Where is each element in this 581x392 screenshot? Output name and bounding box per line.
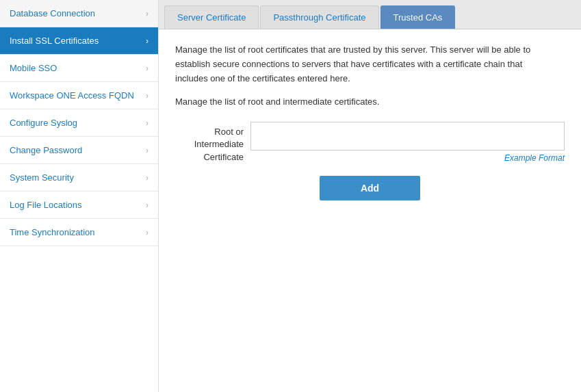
sidebar-item-install-ssl-certificates[interactable]: Install SSL Certificates › (0, 27, 158, 55)
cert-field-label: Root or Intermediate Certificate (175, 122, 244, 164)
chevron-icon: › (146, 200, 149, 210)
certificate-textarea[interactable] (250, 122, 565, 151)
sidebar-item-label: Change Password (10, 145, 82, 155)
description-text-2: Manage the list of root and intermediate… (175, 95, 531, 109)
sidebar-item-time-synchronization[interactable]: Time Synchronization › (0, 219, 158, 246)
tab-server-certificate[interactable]: Server Certificate (164, 5, 259, 29)
content-panel: Manage the list of root certificates tha… (159, 29, 581, 392)
chevron-icon: › (146, 118, 149, 128)
sidebar-item-label: Workspace ONE Access FQDN (10, 90, 134, 101)
add-button[interactable]: Add (320, 176, 420, 200)
sidebar-item-label: Log File Locations (10, 200, 82, 210)
sidebar-item-system-security[interactable]: System Security › (0, 164, 158, 192)
sidebar-item-label: Configure Syslog (10, 118, 77, 128)
sidebar: Database Connection › Install SSL Certif… (0, 0, 159, 392)
sidebar-item-label: System Security (10, 172, 74, 183)
sidebar-item-label: Database Connection (10, 8, 95, 18)
sidebar-item-configure-syslog[interactable]: Configure Syslog › (0, 109, 158, 137)
sidebar-item-label: Install SSL Certificates (10, 36, 99, 46)
chevron-icon: › (146, 228, 149, 237)
tabs-bar: Server CertificatePassthrough Certificat… (159, 0, 581, 29)
sidebar-item-database-connection[interactable]: Database Connection › (0, 0, 158, 27)
chevron-icon: › (146, 173, 149, 183)
sidebar-item-mobile-sso[interactable]: Mobile SSO › (0, 55, 158, 82)
tab-trusted-cas[interactable]: Trusted CAs (380, 5, 456, 29)
sidebar-item-label: Mobile SSO (10, 63, 57, 73)
main-content: Server CertificatePassthrough Certificat… (159, 0, 581, 392)
chevron-icon: › (146, 91, 149, 101)
chevron-icon: › (146, 9, 149, 18)
example-format-link[interactable]: Example Format (250, 153, 565, 163)
sidebar-item-log-file-locations[interactable]: Log File Locations › (0, 192, 158, 219)
chevron-icon: › (146, 64, 149, 73)
sidebar-item-label: Time Synchronization (10, 227, 95, 237)
chevron-icon: › (146, 146, 149, 155)
chevron-icon: › (146, 36, 149, 46)
sidebar-item-workspace-one-access-fqdn[interactable]: Workspace ONE Access FQDN › (0, 82, 158, 109)
tab-passthrough-certificate[interactable]: Passthrough Certificate (260, 5, 378, 29)
add-button-container: Add (175, 176, 565, 200)
cert-field-row: Root or Intermediate Certificate Example… (175, 122, 565, 164)
sidebar-item-change-password[interactable]: Change Password › (0, 137, 158, 164)
description-text-1: Manage the list of root certificates tha… (175, 43, 531, 86)
